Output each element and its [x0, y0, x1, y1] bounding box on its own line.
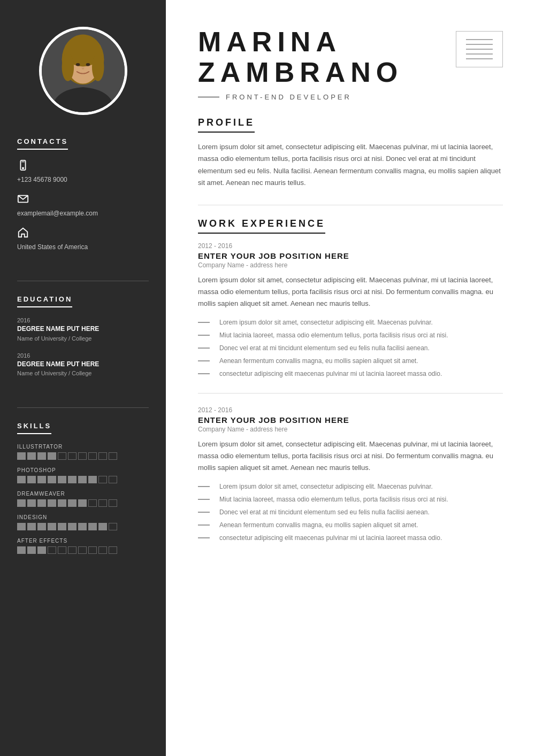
skill-label-3: INDESIGN	[17, 514, 149, 520]
divider-1	[17, 281, 149, 281]
skill-item-4: AFTER EFFECTS	[17, 538, 149, 554]
job-bullets-2: Lorem ipsum dolor sit amet, consectetur …	[198, 480, 503, 544]
divider-jobs	[198, 393, 503, 394]
skill-bar-1-8	[98, 476, 107, 483]
edu-year-1: 2016	[17, 317, 149, 323]
skill-bar-1-0	[17, 476, 26, 483]
first-name: MARINA	[198, 26, 341, 57]
skill-bar-0-8	[98, 452, 107, 460]
skill-bar-1-3	[48, 476, 56, 483]
bullet-1-2: Miut lacinia laoreet, massa odio element…	[198, 329, 503, 342]
sidebar: CONTACTS +123 45678 9000 examplemail@exa…	[0, 0, 166, 756]
skill-bar-1-1	[27, 476, 36, 483]
edu-school-1: Name of University / College	[17, 335, 149, 342]
job-title: FRONT-END DEVELOPER	[226, 93, 351, 101]
bullet-2-3: Donec vel erat at mi tincidunt elementum…	[198, 506, 503, 519]
bullet-2-4: Aenean fermentum convallis magna, eu mol…	[198, 519, 503, 531]
skill-item-2: DREAMWEAVER	[17, 491, 149, 507]
skill-bar-4-8	[98, 546, 107, 554]
skill-bar-2-1	[27, 499, 36, 507]
job-company-1: Company Name - address here	[198, 261, 503, 269]
divider-profile-work	[198, 205, 503, 205]
skill-bar-4-0	[17, 546, 26, 554]
skill-bars-0	[17, 452, 149, 460]
name-block: MARINA ZAMBRANO FRONT-END DEVELOPER	[198, 27, 440, 101]
skill-bar-0-4	[58, 452, 66, 460]
skill-bars-4	[17, 546, 149, 554]
skill-bar-0-3	[48, 452, 56, 460]
skill-bar-1-4	[58, 476, 66, 483]
skill-bar-3-5	[68, 523, 77, 530]
skill-bar-1-2	[37, 476, 46, 483]
skill-label-4: AFTER EFFECTS	[17, 538, 149, 544]
job-entry-2: 2012 - 2016 ENTER YOUR JOB POSITION HERE…	[198, 406, 503, 544]
job-position-1: ENTER YOUR JOB POSITION HERE	[198, 251, 503, 260]
contacts-section: CONTACTS +123 45678 9000 examplemail@exa…	[0, 136, 166, 260]
deco-line-5	[466, 58, 493, 59]
job-position-2: ENTER YOUR JOB POSITION HERE	[198, 415, 503, 425]
skill-bar-2-4	[58, 499, 66, 507]
skill-bar-3-8	[98, 523, 107, 530]
email-icon	[17, 193, 29, 207]
phone-icon	[17, 159, 29, 173]
skill-bar-1-7	[88, 476, 97, 483]
resume-content: PROFILE Lorem ipsum dolor sit amet, cons…	[166, 117, 535, 582]
skill-bar-2-9	[109, 499, 117, 507]
bullet-1-1: Lorem ipsum dolor sit amet, consectetur …	[198, 316, 503, 329]
skill-bar-2-8	[98, 499, 107, 507]
skill-bar-4-6	[78, 546, 87, 554]
job-title-bar: FRONT-END DEVELOPER	[198, 93, 440, 101]
profile-section: PROFILE Lorem ipsum dolor sit amet, cons…	[198, 117, 503, 188]
bullet-2-5: consectetur adipiscing elit maecenas pul…	[198, 531, 503, 544]
skill-bars-3	[17, 523, 149, 530]
edu-year-2: 2016	[17, 352, 149, 359]
skill-bar-2-2	[37, 499, 46, 507]
skill-bar-2-3	[48, 499, 56, 507]
full-name: MARINA ZAMBRANO	[198, 27, 440, 88]
work-experience-section: WORK EXPERIENCE 2012 - 2016 ENTER YOUR J…	[198, 218, 503, 545]
job-company-2: Company Name - address here	[198, 426, 503, 433]
divider-2	[17, 407, 149, 408]
skill-bar-3-6	[78, 523, 87, 530]
skill-bar-0-7	[88, 452, 97, 460]
deco-line-2	[466, 44, 493, 45]
skill-bar-0-0	[17, 452, 26, 460]
skill-bar-4-9	[109, 546, 117, 554]
skill-item-3: INDESIGN	[17, 514, 149, 530]
email-contact: examplemail@example.com	[17, 193, 149, 217]
avatar	[39, 27, 127, 115]
svg-point-6	[75, 63, 80, 66]
skill-bar-2-7	[88, 499, 97, 507]
skill-bar-2-5	[68, 499, 77, 507]
skill-label-1: PHOTOSHOP	[17, 467, 149, 473]
job-title-line	[198, 97, 219, 97]
skill-bar-1-5	[68, 476, 77, 483]
deco-line-3	[466, 49, 493, 50]
skill-item-0: ILLUSTRTATOR	[17, 444, 149, 460]
bullet-1-5: consectetur adipiscing elit maecenas pul…	[198, 367, 503, 380]
contacts-title: CONTACTS	[17, 137, 68, 150]
profile-text: Lorem ipsum dolor sit amet, consectetur …	[198, 141, 503, 188]
skill-bar-4-4	[58, 546, 66, 554]
edu-degree-1: DEGREE NAME PUT HERE	[17, 325, 149, 334]
job-description-2: Lorem ipsum dolor sit amet, consectetur …	[198, 438, 503, 474]
edu-degree-2: DEGREE NAME PUT HERE	[17, 360, 149, 369]
skill-bar-3-9	[109, 523, 117, 530]
svg-point-5	[91, 53, 104, 81]
bullet-1-4: Aenean fermentum convallis magna, eu mol…	[198, 354, 503, 367]
avatar-image	[42, 29, 125, 112]
bullet-1-3: Donec vel erat at mi tincidunt elementum…	[198, 342, 503, 354]
skill-bar-3-2	[37, 523, 46, 530]
skill-bar-0-2	[37, 452, 46, 460]
bullet-2-2: Miut lacinia laoreet, massa odio element…	[198, 493, 503, 506]
header-section: MARINA ZAMBRANO FRONT-END DEVELOPER	[166, 0, 535, 117]
home-icon	[17, 227, 29, 241]
skill-bar-1-6	[78, 476, 87, 483]
skill-bar-2-0	[17, 499, 26, 507]
skills-section: SKILLS ILLUSTRTATORPHOTOSHOPDREAMWEAVERI…	[0, 421, 166, 561]
skill-bar-0-9	[109, 452, 117, 460]
skill-label-2: DREAMWEAVER	[17, 491, 149, 497]
deco-line-1	[466, 39, 493, 40]
skill-bar-2-6	[78, 499, 87, 507]
phone-number: +123 45678 9000	[17, 176, 67, 183]
